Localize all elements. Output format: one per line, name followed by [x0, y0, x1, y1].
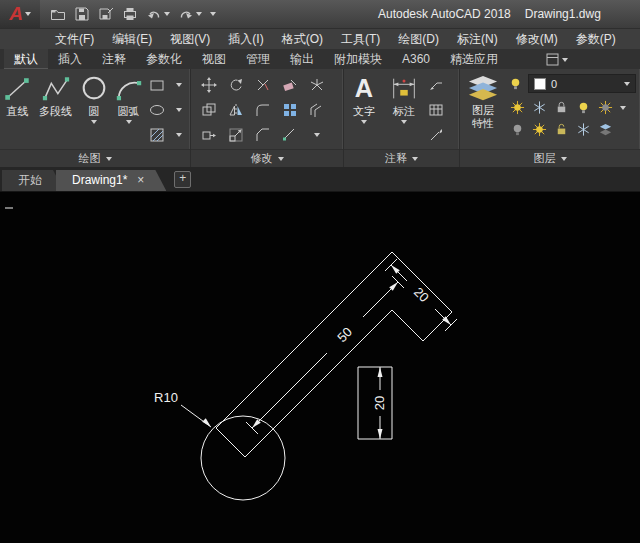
layer-off-bulb-icon[interactable] — [510, 122, 525, 137]
menu-file[interactable]: 文件(F) — [46, 29, 103, 49]
ellipse-tool-button[interactable] — [146, 97, 168, 122]
dimension-dropdown-caret-icon[interactable] — [401, 120, 407, 124]
ribbon-display-toggle[interactable] — [546, 53, 568, 69]
ribbon-tab-a360[interactable]: A360 — [392, 49, 440, 69]
panel-footer-modify[interactable]: 修改 — [191, 149, 343, 167]
dimension-20-vertical[interactable]: 20 — [372, 367, 387, 439]
dimension-tool-button[interactable]: 标注 — [384, 69, 424, 124]
current-layer-dropdown[interactable]: 0 — [528, 74, 636, 93]
ribbon-tab-parametric[interactable]: 参数化 — [136, 49, 192, 69]
new-drawing-button[interactable]: + — [174, 171, 191, 188]
scale-tool-button[interactable] — [222, 122, 249, 147]
hatch-tool-button[interactable] — [146, 122, 168, 147]
redo-button[interactable] — [178, 6, 202, 22]
application-menu-button[interactable]: A — [0, 0, 40, 28]
arc-dropdown-caret-icon[interactable] — [126, 120, 132, 124]
layer-tools-caret-icon[interactable] — [620, 106, 626, 110]
layer-properties-button[interactable]: 图层 特性 — [460, 69, 506, 130]
ribbon-tab-view[interactable]: 视图 — [192, 49, 236, 69]
ribbon-tab-home[interactable]: 默认 — [4, 49, 48, 69]
dimension-50-text[interactable]: 50 — [334, 324, 355, 345]
menu-tools[interactable]: 工具(T) — [332, 29, 389, 49]
menu-insert[interactable]: 插入(I) — [219, 29, 272, 49]
file-tab-close-icon[interactable]: × — [137, 170, 144, 191]
layer-merge-icon[interactable] — [598, 122, 613, 137]
layer-thaw-sun-icon[interactable] — [532, 122, 547, 137]
layer-properties-label-line2: 特性 — [472, 117, 494, 130]
menu-edit[interactable]: 编辑(E) — [103, 29, 161, 49]
hatch-dropdown[interactable] — [168, 122, 190, 147]
table-tool-button[interactable] — [424, 97, 448, 122]
layer-freeze-snowflake-icon[interactable] — [532, 100, 547, 115]
panel-footer-annotation-caret-icon — [412, 157, 418, 161]
dimension-20-vertical-text[interactable]: 20 — [372, 396, 387, 410]
drawing-canvas[interactable]: 50 20 R10 — [0, 192, 640, 543]
move-tool-button[interactable] — [195, 72, 222, 97]
panel-footer-draw[interactable]: 绘图 — [0, 149, 190, 167]
arc-tool-button[interactable]: 圆弧 — [111, 69, 146, 124]
dimension-20-bend[interactable]: 20 — [385, 259, 457, 331]
file-tab-drawing1[interactable]: Drawing1* × — [56, 170, 166, 191]
layer-unlock-icon[interactable] — [554, 122, 569, 137]
file-tab-start[interactable]: 开始 — [2, 170, 64, 191]
dimension-r10-text[interactable]: R10 — [154, 390, 178, 405]
chamfer-tool-button[interactable] — [249, 122, 276, 147]
rod-outline-entity[interactable] — [216, 252, 452, 457]
menu-draw[interactable]: 绘图(D) — [389, 29, 448, 49]
leader-icon — [428, 77, 444, 93]
menu-format[interactable]: 格式(O) — [273, 29, 332, 49]
fillet-tool-button[interactable] — [249, 97, 276, 122]
rotate-tool-button[interactable] — [222, 72, 249, 97]
layer-walk-snowflake-icon[interactable] — [576, 122, 591, 137]
circle-dropdown-caret-icon[interactable] — [91, 120, 97, 124]
offset-icon — [309, 102, 325, 118]
undo-button[interactable] — [146, 6, 170, 22]
mirror-tool-button[interactable] — [222, 97, 249, 122]
erase-tool-button[interactable] — [276, 72, 303, 97]
plot-button[interactable] — [122, 6, 138, 22]
save-as-button[interactable] — [98, 6, 114, 22]
menu-view[interactable]: 视图(V) — [161, 29, 219, 49]
layer-lock-icon[interactable] — [554, 100, 569, 115]
offset-tool-button[interactable] — [303, 97, 330, 122]
save-button[interactable] — [74, 6, 90, 22]
panel-modify: 修改 — [191, 69, 344, 167]
leader-tool-button[interactable] — [424, 72, 448, 97]
rectangle-tool-button[interactable] — [146, 72, 168, 97]
qat-customize-caret-icon[interactable] — [210, 12, 216, 16]
dimension-r10[interactable]: R10 — [154, 390, 211, 427]
polyline-tool-button[interactable]: 多段线 — [35, 69, 76, 118]
drawing-circle-entity[interactable] — [201, 416, 285, 500]
open-button[interactable] — [50, 6, 66, 22]
ribbon-tab-manage[interactable]: 管理 — [236, 49, 280, 69]
circle-tool-button[interactable]: 圆 — [76, 69, 111, 124]
ribbon-tab-annotate[interactable]: 注释 — [92, 49, 136, 69]
menu-parametric[interactable]: 参数(P) — [567, 29, 625, 49]
stretch-tool-button[interactable] — [195, 122, 222, 147]
ribbon-tab-featured-apps[interactable]: 精选应用 — [440, 49, 508, 69]
layer-on-sun-icon[interactable] — [510, 100, 525, 115]
panel-footer-layers[interactable]: 图层 — [460, 149, 640, 167]
trim-tool-button[interactable] — [249, 72, 276, 97]
copy-tool-button[interactable] — [195, 97, 222, 122]
ellipse-dropdown[interactable] — [168, 97, 190, 122]
text-dropdown-caret-icon[interactable] — [361, 120, 367, 124]
layer-match-bulb-icon[interactable] — [508, 76, 523, 91]
array-tool-button[interactable] — [276, 97, 303, 122]
ribbon-tab-output[interactable]: 输出 — [280, 49, 324, 69]
rectangle-dropdown[interactable] — [168, 72, 190, 97]
dimension-20-bend-text[interactable]: 20 — [411, 284, 432, 305]
layer-bulb-icon[interactable] — [576, 100, 591, 115]
markup-tool-button[interactable] — [424, 122, 448, 147]
explode-tool-button[interactable] — [303, 72, 330, 97]
ribbon-tab-addins[interactable]: 附加模块 — [324, 49, 392, 69]
menu-modify[interactable]: 修改(M) — [507, 29, 567, 49]
modify-more-dropdown[interactable] — [303, 122, 330, 147]
menu-dimension[interactable]: 标注(N) — [448, 29, 507, 49]
lengthen-tool-button[interactable] — [276, 122, 303, 147]
ribbon-tab-insert[interactable]: 插入 — [48, 49, 92, 69]
layer-isolate-sun-icon[interactable] — [598, 100, 613, 115]
line-tool-button[interactable]: 直线 — [0, 69, 35, 118]
text-tool-button[interactable]: A 文字 — [344, 69, 384, 124]
panel-footer-annotation[interactable]: 注释 — [344, 149, 459, 167]
